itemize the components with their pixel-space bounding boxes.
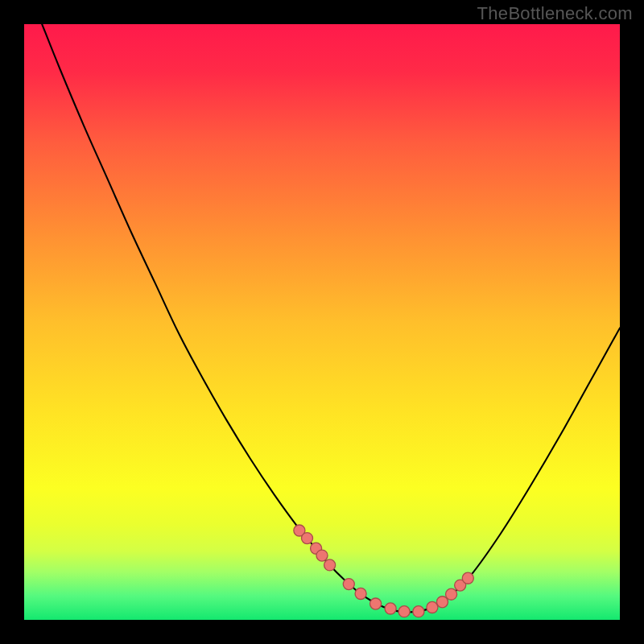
curve-layer xyxy=(24,24,620,620)
highlight-point xyxy=(370,598,382,609)
highlight-point xyxy=(446,588,457,600)
plot-area xyxy=(24,24,620,620)
highlight-point xyxy=(343,579,354,590)
highlight-point xyxy=(427,601,438,613)
highlight-point xyxy=(462,572,473,584)
highlight-point xyxy=(355,588,366,599)
site-watermark: TheBottleneck.com xyxy=(477,3,633,24)
highlight-point xyxy=(436,597,448,608)
highlight-points xyxy=(294,525,473,617)
highlight-point xyxy=(413,606,424,617)
highlight-point xyxy=(316,550,328,561)
highlight-point xyxy=(398,606,410,617)
highlight-point xyxy=(385,603,396,614)
highlight-point xyxy=(324,559,336,571)
bottleneck-curve xyxy=(42,24,620,613)
highlight-point xyxy=(301,533,312,544)
chart-container: TheBottleneck.com xyxy=(0,0,644,644)
